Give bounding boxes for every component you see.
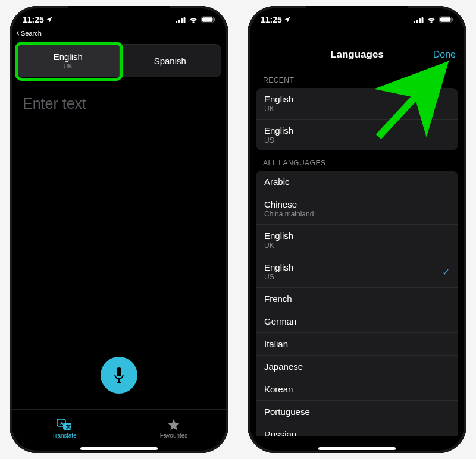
battery-icon	[201, 16, 215, 23]
wifi-icon	[427, 16, 436, 23]
language-row[interactable]: ChineseChina mainland	[256, 193, 458, 225]
input-placeholder: Enter text	[23, 95, 86, 112]
language-list[interactable]: RECENT EnglishUKEnglishUS ALL LANGUAGES …	[248, 68, 466, 436]
svg-text:A: A	[60, 420, 64, 426]
language-name: English	[264, 262, 450, 272]
translate-input-area[interactable]: Enter text	[17, 87, 221, 342]
source-language-sublabel: UK	[64, 62, 73, 70]
svg-rect-16	[419, 18, 421, 23]
source-language-button[interactable]: English UK	[17, 45, 119, 77]
translate-screen: Search English UK Spanish Enter text	[10, 6, 228, 453]
language-row[interactable]: Korean	[256, 378, 458, 401]
target-language-label: Spanish	[154, 56, 186, 66]
tab-favourites[interactable]: Favourites	[119, 410, 228, 447]
nav-bar: Languages Done	[248, 42, 466, 68]
language-region: UK	[264, 241, 450, 250]
section-header-all: ALL LANGUAGES	[248, 150, 466, 171]
language-row[interactable]: EnglishUS	[256, 120, 458, 150]
done-button[interactable]: Done	[433, 49, 456, 60]
target-language-button[interactable]: Spanish	[120, 45, 221, 77]
svg-rect-5	[202, 17, 213, 21]
language-region: China mainland	[264, 210, 450, 218]
language-name: Arabic	[264, 177, 450, 187]
svg-rect-17	[422, 17, 424, 23]
language-row[interactable]: Russian	[256, 423, 458, 436]
language-region: US	[264, 136, 450, 144]
svg-rect-7	[117, 367, 121, 376]
language-row[interactable]: EnglishUK	[256, 225, 458, 256]
back-label: Search	[21, 30, 42, 37]
language-name: French	[264, 294, 450, 304]
language-row[interactable]: German	[256, 310, 458, 333]
notch	[68, 6, 170, 23]
tab-bar: A文 Translate Favourites	[10, 409, 228, 447]
language-name: Italian	[264, 339, 450, 349]
battery-icon	[439, 16, 453, 23]
svg-rect-1	[178, 20, 180, 23]
notch	[306, 6, 408, 23]
checkmark-icon: ✓	[442, 266, 450, 278]
language-row[interactable]: EnglishUK	[256, 88, 458, 120]
status-time: 11:25	[261, 15, 282, 24]
cellular-icon	[176, 17, 186, 23]
source-language-label: English	[54, 52, 83, 62]
recent-section: EnglishUKEnglishUS	[256, 88, 458, 150]
svg-text:文: 文	[65, 424, 71, 429]
microphone-button[interactable]	[101, 357, 137, 394]
language-name: English	[264, 231, 450, 241]
all-languages-section: ArabicChineseChina mainlandEnglishUKEngl…	[256, 171, 458, 436]
phone-translate: 11:25 Search English UK Spa	[10, 6, 228, 453]
section-header-recent: RECENT	[248, 68, 466, 88]
language-name: German	[264, 316, 450, 326]
language-region: UK	[264, 105, 450, 113]
tab-favourites-label: Favourites	[160, 432, 188, 439]
status-time: 11:25	[23, 15, 44, 24]
svg-rect-14	[414, 21, 415, 23]
language-row[interactable]: Japanese	[256, 356, 458, 378]
language-name: English	[264, 94, 450, 104]
tab-translate-label: Translate	[52, 432, 76, 439]
phone-languages: 11:25 Languages Done RECENT EnglishUKEng…	[248, 6, 466, 453]
nav-title: Languages	[330, 49, 384, 61]
language-name: Russian	[264, 429, 450, 436]
svg-rect-2	[181, 18, 183, 23]
svg-rect-20	[452, 18, 453, 21]
svg-rect-3	[184, 17, 186, 23]
home-indicator[interactable]	[318, 447, 396, 450]
language-name: Chinese	[264, 199, 450, 209]
translate-icon: A文	[57, 418, 72, 431]
language-pair-bar: English UK Spanish	[17, 44, 221, 77]
language-row[interactable]: EnglishUS✓	[256, 256, 458, 288]
star-icon	[167, 418, 180, 431]
location-icon	[46, 16, 53, 23]
screenshot-stage: 11:25 Search English UK Spa	[0, 0, 476, 459]
language-region: US	[264, 273, 450, 281]
back-to-search[interactable]: Search	[15, 30, 42, 37]
svg-rect-19	[440, 17, 451, 21]
languages-screen: Languages Done RECENT EnglishUKEnglishUS…	[248, 6, 466, 453]
language-name: Portuguese	[264, 407, 450, 417]
location-icon	[284, 16, 291, 23]
home-indicator[interactable]	[80, 447, 158, 450]
cellular-icon	[414, 17, 424, 23]
language-row[interactable]: French	[256, 288, 458, 310]
svg-rect-6	[214, 18, 215, 21]
language-name: Japanese	[264, 361, 450, 372]
language-row[interactable]: Italian	[256, 333, 458, 356]
language-row[interactable]: Portuguese	[256, 401, 458, 423]
wifi-icon	[189, 16, 198, 23]
language-name: Korean	[264, 384, 450, 394]
svg-rect-15	[416, 20, 418, 23]
svg-rect-0	[176, 21, 177, 23]
language-row[interactable]: Arabic	[256, 171, 458, 193]
microphone-icon	[112, 367, 126, 383]
tab-translate[interactable]: A文 Translate	[10, 410, 119, 447]
language-name: English	[264, 125, 450, 136]
